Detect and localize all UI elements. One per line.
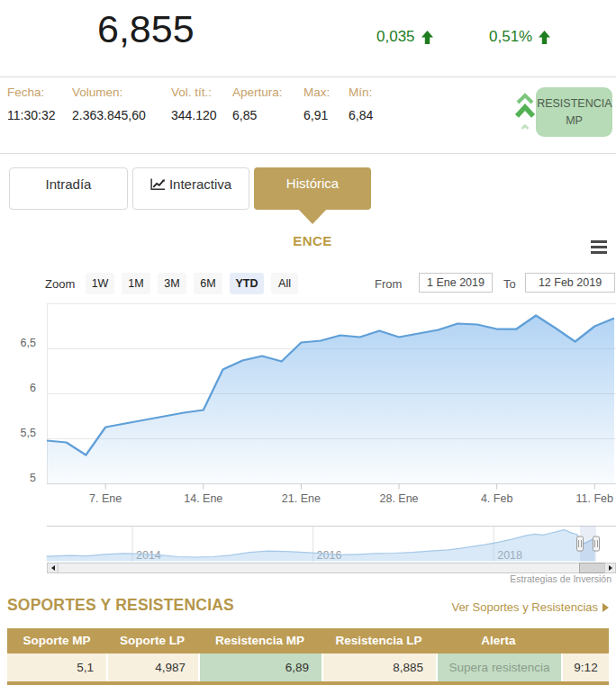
info-fecha: Fecha: 11:30:32: [7, 86, 55, 122]
from-label: From: [375, 277, 402, 291]
chart-menu-icon[interactable]: [591, 240, 607, 257]
navigator-scrollbar-thumb[interactable]: [579, 563, 605, 573]
table-footer-bar: [7, 681, 609, 685]
section-title: SOPORTES Y RESISTENCIAS: [7, 596, 234, 615]
scrollbar-right-arrow[interactable]: [604, 563, 616, 573]
navigator-scrollbar-track[interactable]: [47, 563, 616, 573]
svg-text:5: 5: [30, 472, 36, 484]
info-max: Max: 6,91: [303, 86, 330, 122]
header-resistencia-mp: Resistencia MP: [198, 628, 322, 653]
cell-soporte-mp: 5,1: [7, 653, 106, 681]
chart-navigator[interactable]: 201420162018: [0, 522, 616, 563]
price-change-value: 0,035: [376, 28, 415, 46]
scrollbar-left-arrow[interactable]: [47, 563, 59, 573]
price-change-percent: 0,51%: [489, 28, 550, 46]
zoom-button-3m[interactable]: 3M: [158, 273, 186, 294]
to-label: To: [503, 277, 516, 291]
divider: [0, 153, 616, 154]
svg-text:28. Ene: 28. Ene: [379, 492, 418, 505]
header-resistencia-lp: Resistencia LP: [322, 628, 436, 653]
cell-alerta: Supera resistencia: [436, 653, 561, 681]
supports-resistances-table: Soporte MP Soporte LP Resistencia MP Res…: [7, 628, 609, 681]
svg-text:14. Ene: 14. Ene: [184, 492, 222, 505]
zoom-button-1w[interactable]: 1W: [86, 273, 114, 294]
info-vol-tit: Vol. tít.: 344.120: [171, 86, 217, 122]
svg-text:7. Ene: 7. Ene: [89, 492, 122, 505]
info-volumen: Volumen: 2.363.845,60: [72, 86, 146, 122]
from-date-input[interactable]: [419, 273, 493, 293]
info-min: Mín: 6,84: [349, 86, 373, 122]
header-alerta: Alerta: [436, 628, 561, 653]
price-change-percent-value: 0,51%: [489, 28, 532, 46]
cell-soporte-lp: 4,987: [106, 653, 198, 681]
header-soporte-lp: Soporte LP: [106, 628, 198, 653]
zoom-button-ytd[interactable]: YTD: [230, 273, 264, 294]
svg-text:6: 6: [30, 382, 36, 394]
resistencia-mp-button[interactable]: RESISTENCIA MP: [536, 87, 612, 137]
quote-widget: 6,855 0,035 0,51% Fecha: 11:30:32 Volume…: [0, 0, 616, 685]
arrow-right-icon: [602, 603, 609, 612]
svg-text:21. Ene: 21. Ene: [282, 492, 321, 505]
info-apertura: Apertura: 6,85: [232, 86, 283, 122]
ticker-symbol: ENCE: [267, 233, 358, 248]
line-chart-icon: [150, 178, 166, 191]
cell-resistencia-mp: 6,89: [198, 653, 322, 681]
divider: [0, 77, 616, 77]
see-supports-link[interactable]: Ver Soportes y Resistencias: [451, 600, 609, 614]
cell-hora: 9:12: [561, 653, 609, 681]
price-change: 0,035: [376, 28, 433, 46]
tab-intradia[interactable]: Intradía: [9, 167, 128, 210]
svg-text:5,5: 5,5: [21, 427, 36, 439]
header-soporte-mp: Soporte MP: [7, 628, 106, 653]
arrow-up-icon: [539, 31, 550, 44]
table-header-row: Soporte MP Soporte LP Resistencia MP Res…: [7, 628, 609, 653]
zoom-label: Zoom: [45, 277, 75, 291]
svg-text:11. Feb: 11. Feb: [576, 492, 614, 505]
price-area-chart[interactable]: 55,566,57. Ene14. Ene21. Ene28. Ene4. Fe…: [0, 297, 616, 506]
to-date-input[interactable]: [525, 273, 615, 293]
zoom-button-1m[interactable]: 1M: [122, 273, 150, 294]
chart-credit: Estrategias de Inversión: [510, 573, 611, 584]
zoom-button-6m[interactable]: 6M: [194, 273, 222, 294]
table-row: 5,1 4,987 6,89 8,885 Supera resistencia …: [7, 653, 609, 681]
active-tab-pointer: [297, 208, 328, 224]
svg-text:6,5: 6,5: [21, 337, 36, 349]
zoom-button-all[interactable]: All: [271, 273, 298, 294]
tab-interactiva[interactable]: Interactiva: [132, 167, 249, 210]
tab-historica[interactable]: Histórica: [254, 167, 371, 210]
last-price: 6,855: [97, 7, 195, 51]
trend-chevrons-up-icon: [515, 91, 535, 136]
header-spacer: [561, 628, 609, 653]
svg-text:4. Feb: 4. Feb: [481, 492, 512, 505]
arrow-up-icon: [421, 31, 433, 44]
cell-resistencia-lp: 8,885: [322, 653, 436, 681]
